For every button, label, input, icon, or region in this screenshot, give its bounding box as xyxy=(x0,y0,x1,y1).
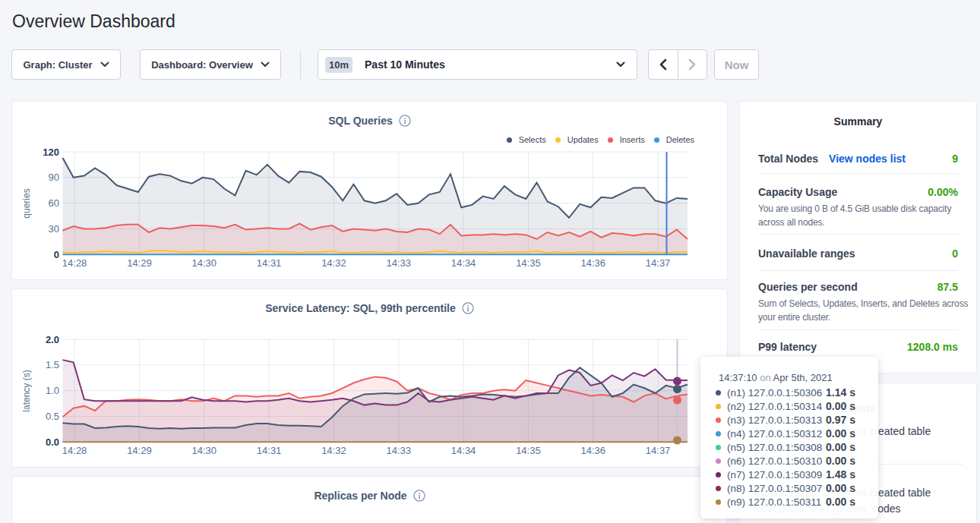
svg-text:2.0: 2.0 xyxy=(46,334,59,345)
svg-text:14:32: 14:32 xyxy=(321,257,346,269)
svg-text:14:37: 14:37 xyxy=(646,445,671,456)
svg-text:14:33: 14:33 xyxy=(387,257,412,269)
svg-text:latency (s): latency (s) xyxy=(21,370,32,411)
svg-text:14:31: 14:31 xyxy=(257,445,282,456)
svg-text:14:29: 14:29 xyxy=(127,445,152,456)
svg-text:14:30: 14:30 xyxy=(192,257,217,269)
svg-text:1.5: 1.5 xyxy=(46,359,59,370)
svg-text:14:29: 14:29 xyxy=(127,257,152,269)
svg-text:90: 90 xyxy=(49,172,59,183)
svg-text:14:31: 14:31 xyxy=(257,257,282,269)
svg-text:14:30: 14:30 xyxy=(192,445,217,456)
svg-text:14:35: 14:35 xyxy=(516,445,541,456)
svg-text:14:36: 14:36 xyxy=(580,445,605,456)
svg-text:14:33: 14:33 xyxy=(387,445,412,456)
svg-text:14:35: 14:35 xyxy=(516,257,541,269)
svg-text:14:32: 14:32 xyxy=(321,445,346,456)
svg-text:120: 120 xyxy=(43,147,59,158)
svg-text:14:34: 14:34 xyxy=(451,445,476,456)
svg-text:14:36: 14:36 xyxy=(580,257,605,269)
svg-text:0.0: 0.0 xyxy=(46,436,59,448)
svg-text:8.0: 8.0 xyxy=(46,521,59,523)
svg-text:60: 60 xyxy=(49,197,59,209)
svg-text:14:34: 14:34 xyxy=(451,257,476,269)
svg-text:0.5: 0.5 xyxy=(46,411,59,422)
svg-text:0: 0 xyxy=(54,249,59,260)
svg-text:1.0: 1.0 xyxy=(46,385,59,396)
svg-text:14:37: 14:37 xyxy=(646,257,671,269)
svg-text:14:28: 14:28 xyxy=(62,257,87,269)
svg-text:14:28: 14:28 xyxy=(62,445,87,456)
svg-text:30: 30 xyxy=(49,223,59,235)
svg-text:queries: queries xyxy=(21,188,32,218)
